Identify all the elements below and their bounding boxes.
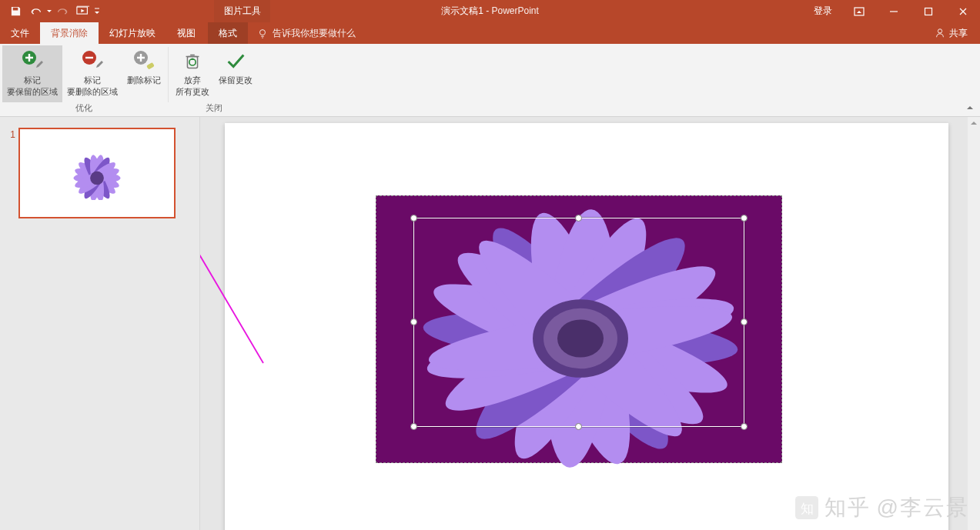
- resize-handle-tr[interactable]: [741, 215, 748, 222]
- person-icon: [935, 28, 945, 38]
- delete-mark-button[interactable]: 删除标记: [122, 45, 166, 102]
- slide-thumbnails-pane[interactable]: 1: [0, 117, 200, 530]
- minus-circle-pencil-icon: [80, 48, 105, 73]
- tab-view[interactable]: 视图: [166, 22, 206, 44]
- svg-point-3: [260, 30, 266, 35]
- svg-text:知: 知: [800, 502, 814, 516]
- close-button[interactable]: [945, 0, 980, 22]
- plus-circle-eraser-icon: [132, 48, 156, 73]
- maximize-button[interactable]: [911, 0, 945, 22]
- undo-button[interactable]: [26, 2, 45, 21]
- qat-customize-icon[interactable]: [94, 6, 100, 17]
- checkmark-icon: [223, 48, 248, 73]
- trash-revert-icon: [180, 48, 205, 73]
- mark-areas-to-remove-button[interactable]: 标记 要删除的区域: [62, 45, 122, 102]
- resize-handle-bl[interactable]: [410, 423, 417, 430]
- ribbon-group-label-refine: 优化: [2, 102, 166, 116]
- watermark-site: 知乎: [824, 493, 871, 522]
- ribbon-group-refine: 标记 要保留的区域 标记 要删除的区域 删除标记 优化: [0, 44, 168, 116]
- selection-marquee[interactable]: [413, 218, 744, 427]
- workspace: 1: [0, 117, 980, 530]
- svg-rect-8: [146, 62, 155, 70]
- slide-canvas-pane[interactable]: 知 知乎 @李云景: [200, 117, 980, 530]
- title-bar: 图片工具 演示文稿1 - PowerPoint 登录: [0, 0, 980, 22]
- background-removal-image[interactable]: [376, 195, 782, 463]
- flower-image-thumbnail: [57, 151, 137, 200]
- ribbon-group-label-close: 关闭: [171, 102, 257, 116]
- window-title: 演示文稿1 - PowerPoint: [441, 5, 539, 18]
- ribbon-tabs: 文件 背景消除 幻灯片放映 视图 格式 告诉我你想要做什么 共享: [0, 22, 980, 44]
- watermark: 知 知乎 @李云景: [795, 493, 969, 522]
- tell-me-search[interactable]: 告诉我你想要做什么: [248, 22, 365, 44]
- slide-canvas[interactable]: [225, 123, 948, 530]
- contextual-tab-header: 图片工具: [214, 0, 270, 22]
- resize-handle-ml[interactable]: [410, 318, 417, 325]
- svg-point-4: [938, 29, 942, 33]
- vertical-scrollbar[interactable]: [968, 117, 980, 530]
- tab-format[interactable]: 格式: [208, 22, 248, 44]
- document-name: 演示文稿1: [441, 5, 483, 16]
- resize-handle-bm[interactable]: [575, 423, 582, 430]
- minimize-button[interactable]: [876, 0, 911, 22]
- sign-in-button[interactable]: 登录: [804, 0, 841, 22]
- mark-areas-to-keep-button[interactable]: 标记 要保留的区域: [2, 45, 62, 102]
- ribbon-display-options-button[interactable]: [841, 0, 876, 22]
- resize-handle-br[interactable]: [741, 423, 748, 430]
- redo-button: [54, 2, 72, 21]
- resize-handle-tl[interactable]: [410, 215, 417, 222]
- start-slideshow-button[interactable]: [74, 2, 92, 21]
- svg-rect-2: [925, 8, 932, 15]
- thumbnail-item[interactable]: 1: [5, 128, 192, 218]
- share-button[interactable]: 共享: [922, 22, 980, 44]
- tab-file[interactable]: 文件: [0, 22, 40, 44]
- zhihu-logo-icon: 知: [795, 496, 818, 519]
- undo-dropdown-icon[interactable]: [46, 6, 52, 17]
- watermark-author: @李云景: [877, 493, 969, 522]
- quick-access-toolbar: [0, 2, 100, 21]
- scroll-up-icon[interactable]: [968, 117, 980, 129]
- ribbon: 标记 要保留的区域 标记 要删除的区域 删除标记 优化: [0, 44, 980, 117]
- plus-circle-pencil-icon: [20, 48, 45, 73]
- keep-changes-button[interactable]: 保留更改: [214, 45, 257, 102]
- tell-me-placeholder: 告诉我你想要做什么: [273, 27, 356, 40]
- discard-all-changes-button[interactable]: 放弃 所有更改: [171, 45, 214, 102]
- svg-point-20: [90, 172, 104, 185]
- thumbnail-slide[interactable]: [18, 128, 176, 218]
- resize-handle-tm[interactable]: [575, 215, 582, 222]
- app-name: PowerPoint: [491, 5, 538, 16]
- ribbon-group-close: 放弃 所有更改 保留更改 关闭: [169, 44, 259, 116]
- window-controls: 登录: [804, 0, 980, 22]
- thumbnail-number: 1: [5, 128, 18, 218]
- lightbulb-icon: [257, 28, 268, 38]
- resize-handle-mr[interactable]: [741, 318, 748, 325]
- tab-slideshow[interactable]: 幻灯片放映: [99, 22, 166, 44]
- tab-background-removal[interactable]: 背景消除: [40, 22, 99, 44]
- collapse-ribbon-button[interactable]: [965, 102, 975, 113]
- save-button[interactable]: [6, 2, 25, 21]
- share-label: 共享: [949, 27, 968, 40]
